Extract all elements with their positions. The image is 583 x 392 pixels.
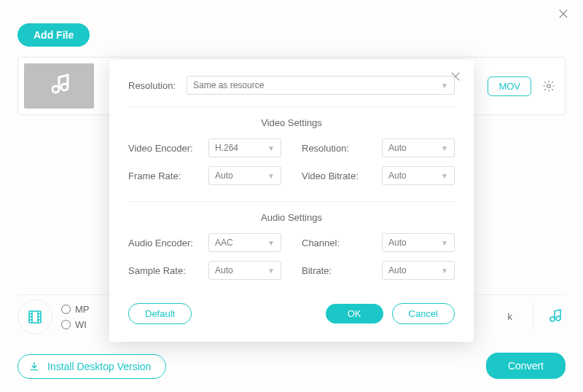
- settings-modal: Resolution: Same as resource ▼ Video Set…: [109, 60, 474, 342]
- music-icon: [546, 308, 563, 326]
- chevron-down-icon: ▼: [267, 172, 275, 180]
- divider-2: [128, 201, 455, 202]
- chevron-down-icon: ▼: [441, 172, 448, 180]
- channel-select[interactable]: Auto▼: [382, 233, 455, 252]
- video-bitrate-select[interactable]: Auto▼: [382, 166, 455, 185]
- chevron-down-icon: ▼: [267, 144, 275, 152]
- frame-rate-label: Frame Rate:: [128, 170, 203, 181]
- audio-category-icon-wrap[interactable]: [544, 306, 566, 328]
- video-resolution-label: Resolution:: [302, 143, 376, 154]
- film-icon: [26, 308, 44, 326]
- format-radio-1[interactable]: MP: [61, 304, 90, 315]
- video-encoder-label: Video Encoder:: [128, 143, 203, 154]
- close-icon: [557, 7, 570, 20]
- audio-encoder-label: Audio Encoder:: [128, 238, 203, 248]
- music-note-icon: [46, 73, 72, 99]
- install-desktop-label: Install Desktop Version: [47, 361, 151, 372]
- settings-gear-button[interactable]: [539, 76, 559, 96]
- video-resolution-select[interactable]: Auto▼: [382, 138, 455, 157]
- channel-label: Channel:: [302, 238, 376, 248]
- video-bitrate-value: Auto: [388, 170, 407, 181]
- cancel-button[interactable]: Cancel: [392, 303, 455, 324]
- chevron-down-icon: ▼: [441, 144, 448, 152]
- add-file-button[interactable]: Add File: [17, 23, 90, 47]
- chevron-down-icon: ▼: [441, 82, 448, 90]
- video-bitrate-label: Video Bitrate:: [302, 170, 376, 181]
- resolution-select[interactable]: Same as resource ▼: [187, 76, 455, 95]
- format-radio-1-label: MP: [75, 304, 90, 315]
- chevron-down-icon: ▼: [441, 267, 448, 275]
- format-radio-2[interactable]: WI: [61, 319, 90, 330]
- audio-bitrate-label: Bitrate:: [302, 265, 376, 276]
- window-close-button[interactable]: [557, 7, 570, 23]
- sample-rate-value: Auto: [215, 265, 233, 275]
- format-button[interactable]: MOV: [488, 77, 531, 96]
- audio-section-title: Audio Settings: [128, 212, 455, 223]
- audio-encoder-value: AAC: [215, 238, 233, 248]
- vertical-divider: [533, 302, 533, 332]
- divider-1: [128, 106, 455, 107]
- audio-encoder-select[interactable]: AAC▼: [208, 233, 281, 252]
- ok-button[interactable]: OK: [326, 304, 383, 324]
- resolution-label: Resolution:: [128, 80, 187, 91]
- convert-button[interactable]: Convert: [486, 353, 566, 379]
- format-radio-2-label: WI: [75, 319, 87, 330]
- chevron-down-icon: ▼: [267, 239, 275, 247]
- chevron-down-icon: ▼: [441, 239, 448, 247]
- svg-point-2: [556, 316, 560, 321]
- svg-point-0: [547, 85, 551, 88]
- default-button[interactable]: Default: [128, 303, 192, 324]
- format-radio-group: MP WI: [61, 304, 90, 330]
- download-icon: [28, 361, 40, 372]
- audio-bitrate-value: Auto: [388, 265, 407, 275]
- video-encoder-value: H.264: [215, 143, 238, 153]
- video-encoder-select[interactable]: H.264▼: [208, 138, 281, 157]
- resolution-value: Same as resource: [193, 80, 264, 90]
- sample-rate-select[interactable]: Auto▼: [208, 261, 281, 280]
- video-resolution-value: Auto: [388, 143, 407, 153]
- sample-rate-label: Sample Rate:: [128, 265, 203, 276]
- channel-value: Auto: [388, 238, 407, 248]
- video-category-icon-wrap[interactable]: [17, 299, 52, 334]
- audio-bitrate-select[interactable]: Auto▼: [382, 261, 455, 280]
- gear-icon: [542, 79, 555, 93]
- frame-rate-select[interactable]: Auto▼: [208, 166, 281, 185]
- install-desktop-button[interactable]: Install Desktop Version: [17, 354, 166, 379]
- chevron-down-icon: ▼: [267, 267, 275, 275]
- frame-rate-value: Auto: [215, 170, 233, 181]
- truncated-text: k: [508, 311, 513, 322]
- video-section-title: Video Settings: [128, 117, 455, 128]
- file-thumbnail: [24, 63, 94, 109]
